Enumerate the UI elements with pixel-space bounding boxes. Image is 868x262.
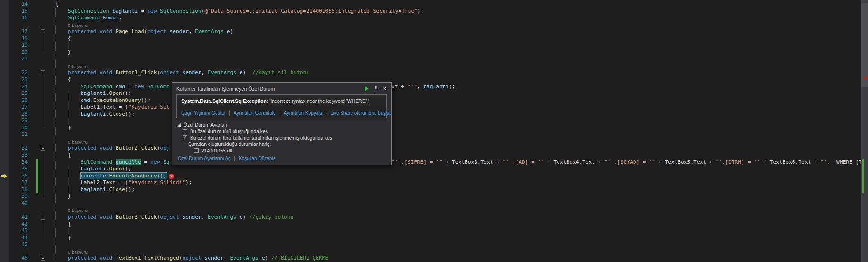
line-number: 34 bbox=[0, 159, 28, 166]
codelens-references[interactable]: 0 başvuru bbox=[68, 139, 88, 144]
close-button[interactable] bbox=[383, 86, 387, 91]
code-text: protected void Button1_Click(object send… bbox=[30, 69, 309, 76]
show-call-stack-link[interactable]: Çağrı Yığınını Göster bbox=[181, 110, 225, 116]
checkbox-break-unhandled[interactable] bbox=[183, 135, 187, 140]
code-text: protected void Page_Load(object sender, … bbox=[30, 28, 233, 35]
separator bbox=[326, 110, 326, 116]
exception-settings-title: Özel Durum Ayarları bbox=[184, 122, 227, 127]
code-line[interactable]: 39 } bbox=[0, 193, 868, 200]
edit-conditions-link[interactable]: Koşulları Düzenle bbox=[239, 156, 275, 161]
exception-popup: Kullanıcı Tarafından İşlenmeyen Özel Dur… bbox=[172, 82, 392, 165]
current-statement-arrow-icon bbox=[1, 174, 8, 178]
line-number: 44 bbox=[0, 235, 28, 242]
view-details-link[interactable]: Ayrıntıları Görüntüle bbox=[234, 110, 275, 116]
code-text: } bbox=[30, 49, 71, 56]
code-line[interactable]: 40 bbox=[0, 200, 868, 207]
line-number: 26 bbox=[0, 97, 28, 104]
code-text: protected void TextBox1_TextChanged(obje… bbox=[30, 255, 328, 262]
line-number: 37 bbox=[0, 179, 28, 186]
code-line[interactable]: 41 protected void Button3_Click(object s… bbox=[0, 214, 868, 221]
code-line[interactable]: 17 protected void Page_Load(object sende… bbox=[0, 28, 868, 35]
line-number: 35 bbox=[0, 166, 28, 173]
line-number: 16 bbox=[0, 15, 28, 22]
line-number: 39 bbox=[0, 193, 28, 200]
codelens-row[interactable]: 0 başvuru bbox=[0, 63, 868, 70]
line-number: 20 bbox=[0, 49, 28, 56]
code-line[interactable]: 14 { bbox=[0, 1, 868, 8]
code-rows[interactable]: 14 {15 SqlConnection baglanti = new SqlC… bbox=[0, 1, 868, 262]
codelens-row[interactable]: 0 başvuru bbox=[0, 207, 868, 214]
exception-settings-links: Özel Durum Ayarlarını Aç Koşulları Düzen… bbox=[178, 156, 386, 161]
codelens-row[interactable]: 0 başvuru bbox=[0, 22, 868, 29]
expander-icon[interactable] bbox=[177, 123, 181, 127]
code-line[interactable]: 24 SqlCommand cmd = new SqlCommxt + "'",… bbox=[0, 84, 868, 91]
exception-message-row: System.Data.SqlClient.SqlException: 'Inc… bbox=[177, 95, 386, 108]
scrollbar-thumb[interactable] bbox=[861, 3, 868, 87]
scrollbar-error-mark bbox=[864, 77, 868, 79]
code-text-after-popup: xt + "'", baglanti); bbox=[392, 84, 455, 91]
code-line[interactable]: 43 bbox=[0, 228, 868, 235]
code-line[interactable]: 44 } bbox=[0, 235, 868, 242]
code-line[interactable]: 42 { bbox=[0, 221, 868, 228]
close-icon bbox=[383, 86, 387, 91]
code-line[interactable]: 21 bbox=[0, 56, 868, 63]
codelens-row[interactable]: 0 başvuru bbox=[0, 248, 868, 255]
code-line[interactable]: 34 SqlCommand guncelle = new Sq"' ,[SIFR… bbox=[0, 159, 868, 166]
line-number: 42 bbox=[0, 221, 28, 228]
exception-type: System.Data.SqlClient.SqlException: bbox=[181, 98, 268, 104]
separator bbox=[234, 156, 235, 161]
line-number: 33 bbox=[0, 152, 28, 159]
line-number: 15 bbox=[0, 8, 28, 15]
code-line[interactable]: 29 bbox=[0, 118, 868, 125]
code-line[interactable]: 20 } bbox=[0, 49, 868, 56]
code-line[interactable]: 28 baglanti.Close(); bbox=[0, 111, 868, 118]
codelens-references[interactable]: 0 başvuru bbox=[68, 23, 88, 28]
start-live-share-link[interactable]: Live Share oturumunu başlat bbox=[330, 110, 391, 116]
codelens-row[interactable]: 0 başvuru bbox=[0, 138, 868, 145]
line-number: 46 bbox=[0, 255, 28, 262]
code-line[interactable]: 32 protected void Button2_Click(obj bbox=[0, 145, 868, 152]
break-when-unhandled-row: Bu özel durum türü kullanıcı tarafından … bbox=[183, 135, 386, 141]
code-line[interactable]: 27 Label1.Text = ("Kaydınız Sil bbox=[0, 104, 868, 111]
line-number: 21 bbox=[0, 56, 28, 63]
code-line[interactable]: 36 guncelle.ExecuteNonQuery(); bbox=[0, 173, 868, 180]
code-line[interactable]: 22 protected void Button1_Click(object s… bbox=[0, 69, 868, 76]
checkbox-break-thrown[interactable] bbox=[183, 129, 187, 134]
codelens-references[interactable]: 0 başvuru bbox=[68, 208, 88, 213]
code-line[interactable]: 37 Label2.Text = ("Kaydınız Silindi"); bbox=[0, 179, 868, 186]
separator bbox=[280, 110, 280, 116]
vertical-scrollbar[interactable] bbox=[861, 0, 868, 262]
code-line[interactable]: 38 baglanti.Close(); bbox=[0, 186, 868, 194]
code-text: SqlCommand cmd = new SqlComm bbox=[30, 84, 169, 91]
code-line[interactable]: 31 bbox=[0, 131, 868, 138]
line-number: 24 bbox=[0, 84, 28, 91]
line-number: 18 bbox=[0, 35, 28, 42]
continue-button[interactable] bbox=[365, 86, 369, 91]
code-line[interactable]: 35 baglanti.Open(); bbox=[0, 166, 868, 173]
checkbox-except-module[interactable] bbox=[194, 148, 199, 153]
code-line[interactable]: 45 bbox=[0, 241, 868, 248]
separator bbox=[229, 110, 230, 116]
code-line[interactable]: 25 baglanti.Open(); bbox=[0, 90, 868, 97]
copy-details-link[interactable]: Ayrıntıları Kopyala bbox=[284, 110, 323, 116]
code-text: { bbox=[30, 76, 71, 84]
code-line[interactable]: 46 protected void TextBox1_TextChanged(o… bbox=[0, 255, 868, 262]
codelens-references[interactable]: 0 başvuru bbox=[68, 64, 88, 69]
line-number: 29 bbox=[0, 118, 28, 125]
code-line[interactable]: 19 bbox=[0, 42, 868, 49]
code-text: { bbox=[30, 221, 71, 228]
open-exception-settings-link[interactable]: Özel Durum Ayarlarını Aç bbox=[178, 156, 231, 161]
code-line[interactable]: 18 { bbox=[0, 35, 868, 42]
code-text: cmd.ExecuteNonQuery(); bbox=[30, 97, 150, 104]
pin-button[interactable] bbox=[373, 86, 378, 92]
code-line[interactable]: 33 { bbox=[0, 152, 868, 159]
line-number: 23 bbox=[0, 76, 28, 84]
code-text: protected void Button3_Click(object send… bbox=[30, 214, 293, 221]
checkbox-break-thrown-label: Bu özel durum türü oluştuğunda kes bbox=[190, 129, 268, 134]
code-line[interactable]: 23 { bbox=[0, 76, 868, 84]
code-line[interactable]: 16 SqlCommand komut; bbox=[0, 15, 868, 22]
code-line[interactable]: 26 cmd.ExecuteNonQuery(); bbox=[0, 97, 868, 104]
code-line[interactable]: 30 } bbox=[0, 125, 868, 132]
code-line[interactable]: 15 SqlConnection baglanti = new SqlConne… bbox=[0, 8, 868, 15]
codelens-references[interactable]: 0 başvuru bbox=[68, 249, 88, 254]
